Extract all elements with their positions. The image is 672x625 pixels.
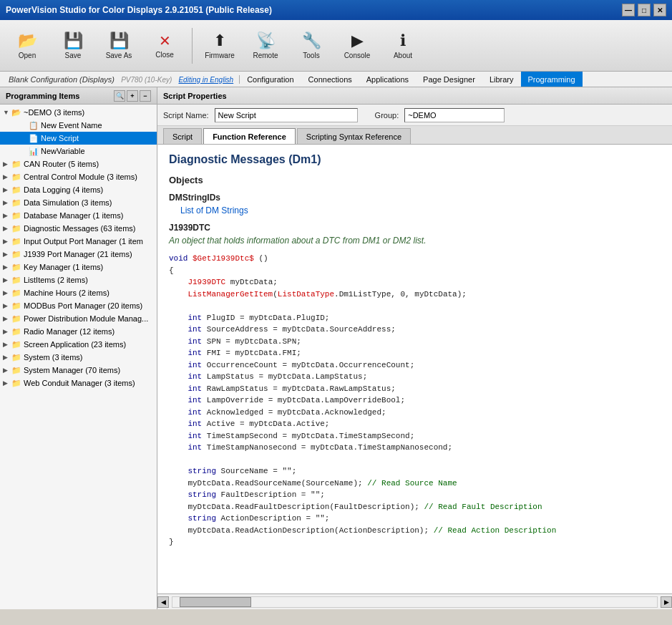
- console-button[interactable]: ▶ Console: [336, 23, 379, 69]
- save-button[interactable]: 💾 Save: [52, 23, 94, 69]
- minimize-button[interactable]: —: [622, 4, 635, 16]
- scroll-right-arrow[interactable]: ▶: [661, 596, 672, 608]
- tree-item-modbus[interactable]: ▶ 📁 MODBus Port Manager (20 items): [0, 299, 157, 312]
- script-name-input[interactable]: [215, 108, 358, 122]
- tree-label: ~DEMO (3 items): [24, 108, 84, 117]
- tree-item-system[interactable]: ▶ 📁 System (3 items): [0, 351, 157, 364]
- tab-script[interactable]: Script: [163, 128, 202, 144]
- toolbar: 📂 Open 💾 Save 💾 Save As ✕ Close ⬆ Firmwa…: [0, 20, 672, 72]
- tree-item-variable[interactable]: 📊 NewVariable: [0, 145, 157, 158]
- close-toolbar-button[interactable]: ✕ Close: [143, 23, 186, 69]
- console-icon: ▶: [351, 32, 364, 50]
- menu-connections[interactable]: Connections: [301, 72, 359, 87]
- tree-label: Screen Application (23 items): [24, 340, 126, 349]
- j1939dtc-header: J1939DTC: [169, 223, 661, 233]
- menu-applications[interactable]: Applications: [359, 72, 416, 87]
- arrow-icon: ▶: [3, 379, 11, 387]
- arrow-icon: ▶: [3, 251, 11, 258]
- menu-page-designer[interactable]: Page Designer: [416, 72, 482, 87]
- scroll-left-arrow[interactable]: ◀: [157, 596, 169, 608]
- event-icon: 📋: [29, 121, 39, 130]
- folder-icon: 📁: [11, 250, 21, 259]
- tree-item-script-selected[interactable]: 📄 New Script: [0, 132, 157, 145]
- tree-label: Radio Manager (12 items): [24, 327, 115, 336]
- arrow-icon: ▼: [3, 109, 11, 116]
- remote-label: Remote: [253, 52, 278, 59]
- tree-item-screen-app[interactable]: ▶ 📁 Screen Application (23 items): [0, 338, 157, 351]
- open-button[interactable]: 📂 Open: [6, 23, 49, 69]
- remote-icon: 📡: [256, 32, 276, 50]
- dm-strings-link[interactable]: List of DM Strings: [180, 205, 248, 215]
- tree-item-j1939[interactable]: ▶ 📁 J1939 Port Manager (21 items): [0, 248, 157, 261]
- tree-item-diag-msg[interactable]: ▶ 📁 Diagnostic Messages (63 items): [0, 222, 157, 235]
- tree-item-can-router[interactable]: ▶ 📁 CAN Router (5 items): [0, 158, 157, 170]
- close-toolbar-icon: ✕: [159, 32, 171, 49]
- arrow-icon: ▶: [3, 367, 11, 374]
- group-input[interactable]: [404, 108, 505, 122]
- maximize-button[interactable]: □: [638, 4, 651, 16]
- remove-panel-button[interactable]: −: [140, 90, 151, 102]
- main-layout: Programming Items 🔍 + − ▼ 📂 ~DEMO (3 ite…: [0, 87, 672, 609]
- save-as-button[interactable]: 💾 Save As: [97, 23, 140, 69]
- tree-label: New Script: [41, 134, 79, 142]
- arrow-icon: ▶: [3, 199, 11, 206]
- tree-item-machine-hours[interactable]: ▶ 📁 Machine Hours (2 items): [0, 286, 157, 299]
- window-controls[interactable]: — □ ✕: [622, 4, 666, 16]
- tab-function-reference[interactable]: Function Reference: [203, 128, 296, 144]
- firmware-button[interactable]: ⬆ Firmware: [198, 23, 241, 69]
- tree-item-io-port[interactable]: ▶ 📁 Input Output Port Manager (1 item: [0, 235, 157, 248]
- open-label: Open: [19, 52, 36, 59]
- folder-icon: 📁: [11, 160, 21, 169]
- remote-button[interactable]: 📡 Remote: [244, 23, 287, 69]
- tree-item-ccm[interactable]: ▶ 📁 Central Control Module (3 items): [0, 170, 157, 183]
- save-label: Save: [65, 52, 82, 59]
- arrow-icon: ▶: [3, 341, 11, 348]
- search-panel-button[interactable]: 🔍: [114, 90, 125, 102]
- tools-button[interactable]: 🔧 Tools: [290, 23, 333, 69]
- tree-item-key-mgr[interactable]: ▶ 📁 Key Manager (1 items): [0, 261, 157, 273]
- arrow-icon: ▶: [3, 263, 11, 271]
- arrow-icon: ▶: [3, 289, 11, 296]
- menu-configuration[interactable]: Configuration: [240, 72, 301, 87]
- tree-label: NewVariable: [41, 147, 85, 155]
- tree-item-sys-mgr[interactable]: ▶ 📁 System Manager (70 items): [0, 364, 157, 377]
- tree-item-data-logging[interactable]: ▶ 📁 Data Logging (4 items): [0, 183, 157, 196]
- firmware-label: Firmware: [205, 52, 235, 59]
- app-title: PowerVision Studio for Color Displays 2.…: [6, 5, 272, 15]
- group-label: Group:: [375, 111, 399, 120]
- scroll-thumb[interactable]: [180, 597, 251, 607]
- tab-scripting-syntax-label: Scripting Syntax Reference: [306, 132, 401, 141]
- content-area[interactable]: Diagnostic Messages (Dm1) Objects DMStri…: [157, 145, 672, 593]
- tools-icon: 🔧: [302, 32, 321, 50]
- tree-item-power-dist[interactable]: ▶ 📁 Power Distribution Module Manag...: [0, 312, 157, 325]
- tree-item-db-mgr[interactable]: ▶ 📁 Database Manager (1 items): [0, 209, 157, 222]
- tab-scripting-syntax[interactable]: Scripting Syntax Reference: [297, 128, 411, 144]
- tree-item-radio-mgr[interactable]: ▶ 📁 Radio Manager (12 items): [0, 325, 157, 338]
- arrow-icon: ▶: [3, 186, 11, 193]
- folder-icon: 📁: [11, 353, 21, 362]
- save-as-icon: 💾: [109, 32, 129, 50]
- left-panel: Programming Items 🔍 + − ▼ 📂 ~DEMO (3 ite…: [0, 87, 157, 609]
- save-as-label: Save As: [106, 52, 132, 59]
- arrow-icon: ▶: [3, 302, 11, 309]
- tree-item-data-sim[interactable]: ▶ 📁 Data Simulation (3 items): [0, 196, 157, 209]
- var-icon: 📊: [29, 147, 39, 156]
- folder-icon: 📁: [11, 173, 21, 182]
- about-button[interactable]: ℹ About: [381, 23, 424, 69]
- tree-item-list-items[interactable]: ▶ 📁 ListItems (2 items): [0, 273, 157, 286]
- add-panel-button[interactable]: +: [127, 90, 138, 102]
- tree-label: Central Control Module (3 items): [24, 173, 137, 181]
- tree-label: J1939 Port Manager (21 items): [24, 250, 132, 258]
- arrow-icon: ▶: [3, 328, 11, 335]
- tree-item-demo[interactable]: ▼ 📂 ~DEMO (3 items): [0, 106, 157, 119]
- bottom-scrollbar-bar: ◀ ▶: [157, 593, 672, 609]
- horizontal-scrollbar[interactable]: [172, 596, 658, 608]
- tools-label: Tools: [303, 52, 319, 59]
- menu-programming[interactable]: Programming: [521, 72, 583, 87]
- close-button[interactable]: ✕: [653, 4, 666, 16]
- menu-library[interactable]: Library: [482, 72, 521, 87]
- tree-item-web-conduit[interactable]: ▶ 📁 Web Conduit Manager (3 items): [0, 377, 157, 389]
- arrow-icon: ▶: [3, 225, 11, 232]
- tree-item-event[interactable]: 📋 New Event Name: [0, 119, 157, 132]
- folder-icon: 📁: [11, 366, 21, 375]
